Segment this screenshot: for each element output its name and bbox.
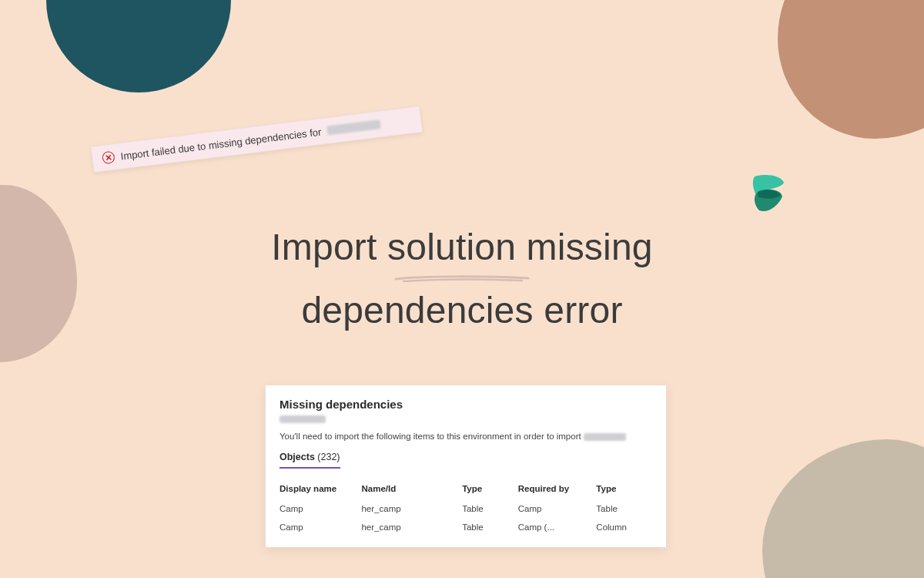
redacted-text bbox=[326, 119, 381, 135]
decor-blob-bottom-right bbox=[762, 439, 924, 578]
panel-subtitle-redacted bbox=[280, 413, 652, 424]
missing-dependencies-panel: Missing dependencies You'll need to impo… bbox=[266, 385, 666, 547]
thumbnail-canvas: ✕ Import failed due to missing dependenc… bbox=[0, 0, 924, 578]
hand-underline-icon bbox=[393, 274, 531, 282]
table-row: Camp her_camp Table Camp (... Column bbox=[280, 518, 652, 536]
panel-title: Missing dependencies bbox=[280, 398, 652, 411]
power-platform-logo-icon bbox=[750, 173, 785, 215]
error-message: Import failed due to missing dependencie… bbox=[120, 126, 322, 162]
col-type: Type bbox=[462, 484, 518, 493]
col-display-name: Display name bbox=[280, 484, 361, 493]
col-type-2: Type bbox=[596, 484, 652, 493]
redacted-text bbox=[584, 433, 626, 441]
error-banner: ✕ Import failed due to missing dependenc… bbox=[91, 106, 423, 173]
panel-description: You'll need to import the following item… bbox=[280, 432, 652, 441]
table-header-row: Display name Name/Id Type Required by Ty… bbox=[280, 479, 652, 498]
error-icon: ✕ bbox=[102, 151, 116, 165]
tab-count: (232) bbox=[317, 452, 340, 462]
panel-tabs: Objects (232) bbox=[280, 449, 652, 469]
tab-label: Objects bbox=[280, 452, 315, 462]
col-required-by: Required by bbox=[518, 484, 597, 493]
decor-blob-top-right bbox=[778, 0, 924, 139]
table-row: Camp her_camp Table Camp Table bbox=[280, 499, 652, 518]
tab-objects[interactable]: Objects (232) bbox=[280, 449, 340, 469]
title-line-1: Import solution missing bbox=[0, 223, 924, 271]
page-title: Import solution missing dependencies err… bbox=[0, 223, 924, 335]
col-name-id: Name/Id bbox=[361, 484, 462, 493]
dependencies-table: Display name Name/Id Type Required by Ty… bbox=[280, 479, 652, 536]
title-line-2: dependencies error bbox=[0, 287, 924, 334]
decor-blob-teal bbox=[46, 0, 231, 92]
